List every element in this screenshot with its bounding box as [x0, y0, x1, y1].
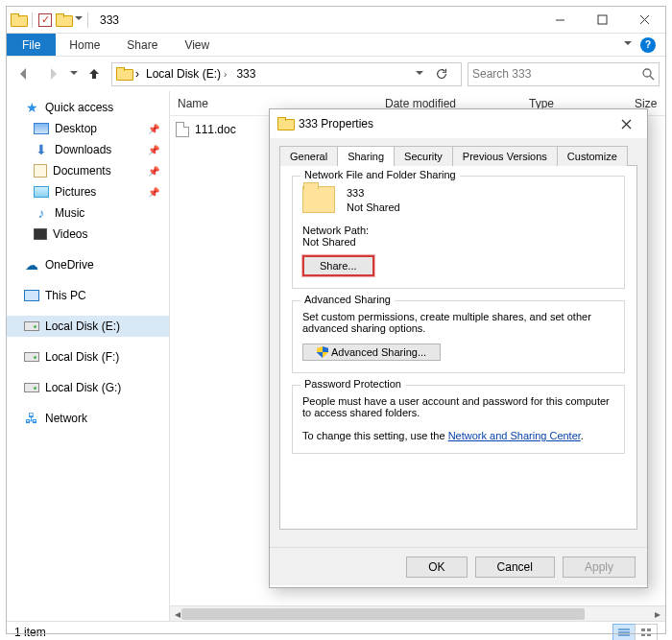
dialog-close-button[interactable] — [612, 112, 639, 135]
svg-rect-10 — [647, 628, 651, 631]
view-toggle — [613, 624, 658, 641]
password-desc: People must have a user account and pass… — [302, 395, 614, 418]
svg-rect-9 — [641, 628, 645, 631]
pin-icon: 📌 — [148, 187, 159, 198]
share-row: 333 Not Shared — [302, 186, 614, 215]
nav-network[interactable]: 🖧Network — [7, 408, 169, 429]
drive-icon — [24, 352, 39, 362]
view-tab[interactable]: View — [171, 34, 223, 56]
horizontal-scrollbar[interactable]: ◂ ▸ — [170, 605, 665, 621]
tab-sharing[interactable]: Sharing — [337, 146, 395, 166]
qat-sep — [32, 12, 33, 28]
tab-page-sharing: Network File and Folder Sharing 333 Not … — [279, 165, 637, 530]
breadcrumb-seg[interactable]: Local Disk (E:)› — [143, 67, 229, 81]
tab-customize[interactable]: Customize — [557, 146, 628, 166]
group-legend: Network File and Folder Sharing — [300, 169, 460, 180]
ribbon: File Home Share View ? — [7, 34, 665, 57]
nav-pane[interactable]: ★Quick access Desktop📌 ⬇Downloads📌 Docum… — [7, 91, 170, 621]
file-name: 111.doc — [195, 123, 236, 136]
nav-onedrive[interactable]: ☁OneDrive — [7, 254, 169, 275]
chevron-down-icon[interactable] — [624, 41, 631, 48]
music-icon: ♪ — [34, 205, 49, 221]
dialog-tabs: General Sharing Security Previous Versio… — [279, 146, 637, 166]
dialog-footer: OK Cancel Apply — [270, 547, 647, 585]
breadcrumb-seg[interactable]: 333 — [233, 67, 258, 81]
nav-music[interactable]: ♪Music — [7, 202, 169, 224]
close-button[interactable] — [623, 7, 665, 34]
chevron-down-icon[interactable] — [416, 71, 422, 78]
dialog-body: General Sharing Security Previous Versio… — [270, 138, 647, 547]
nav-drive-g[interactable]: Local Disk (G:) — [7, 377, 169, 398]
refresh-button[interactable] — [430, 62, 453, 85]
network-sharing-center-link[interactable]: Network and Sharing Center — [448, 430, 581, 441]
large-icons-view-button[interactable] — [635, 624, 658, 641]
nav-videos[interactable]: Videos — [7, 224, 169, 245]
share-tab[interactable]: Share — [113, 34, 171, 56]
folder-large-icon — [302, 186, 335, 213]
pc-icon — [24, 290, 39, 301]
apply-button[interactable]: Apply — [563, 557, 636, 578]
search-input[interactable]: Search 333 — [468, 62, 660, 86]
address-row: › Local Disk (E:)› 333 Search 333 — [7, 57, 665, 91]
folder-icon — [56, 13, 71, 27]
star-icon: ★ — [24, 100, 39, 115]
advanced-sharing-button[interactable]: Advanced Sharing... — [302, 344, 441, 361]
nav-downloads[interactable]: ⬇Downloads📌 — [7, 139, 169, 160]
qat: ✓ — [7, 12, 94, 28]
scroll-right-icon[interactable]: ▸ — [650, 606, 665, 622]
ok-button[interactable]: OK — [406, 557, 467, 578]
tab-previous-versions[interactable]: Previous Versions — [452, 146, 558, 166]
nav-pictures[interactable]: Pictures📌 — [7, 181, 169, 202]
minimize-button[interactable] — [539, 7, 581, 34]
chevron-right-icon[interactable]: › — [135, 67, 139, 81]
status-bar: 1 item — [7, 621, 665, 640]
nav-quick-access[interactable]: ★Quick access — [7, 97, 169, 118]
share-button[interactable]: Share... — [302, 255, 374, 276]
file-tab[interactable]: File — [7, 34, 56, 56]
cancel-button[interactable]: Cancel — [475, 557, 555, 578]
tab-security[interactable]: Security — [394, 146, 453, 166]
network-path-value: Not Shared — [302, 236, 614, 248]
address-right — [416, 62, 457, 85]
pin-icon: 📌 — [148, 166, 159, 177]
back-button[interactable] — [12, 62, 36, 85]
file-icon — [176, 122, 189, 137]
password-hint: To change this setting, use the Network … — [302, 430, 614, 441]
network-path-label: Network Path: — [302, 225, 614, 236]
ribbon-right: ? — [614, 34, 665, 56]
share-state: Not Shared — [347, 201, 400, 215]
home-tab[interactable]: Home — [56, 34, 113, 56]
forward-button[interactable] — [41, 62, 64, 85]
desktop-icon — [34, 123, 49, 134]
share-name: 333 — [347, 186, 400, 201]
cloud-icon: ☁ — [24, 257, 39, 273]
window-title: 333 — [94, 13, 125, 27]
up-button[interactable] — [83, 62, 106, 85]
status-count: 1 item — [14, 626, 46, 639]
document-icon — [34, 164, 47, 178]
video-icon — [34, 228, 47, 240]
details-view-button[interactable] — [612, 624, 636, 641]
dialog-titlebar[interactable]: 333 Properties — [270, 109, 647, 138]
nav-documents[interactable]: Documents📌 — [7, 160, 169, 181]
address-bar[interactable]: › Local Disk (E:)› 333 — [111, 62, 462, 86]
group-network-sharing: Network File and Folder Sharing 333 Not … — [292, 176, 625, 289]
drive-icon — [24, 321, 39, 331]
scroll-thumb[interactable] — [181, 608, 585, 620]
nav-this-pc[interactable]: This PC — [7, 285, 169, 306]
folder-icon — [11, 13, 26, 27]
shield-icon — [317, 346, 328, 358]
qat-dropdown-icon[interactable] — [75, 16, 82, 23]
picture-icon — [34, 186, 49, 198]
chevron-right-icon[interactable]: › — [224, 69, 227, 80]
window-controls — [539, 7, 665, 34]
recent-dropdown-icon[interactable] — [70, 71, 77, 78]
properties-icon[interactable]: ✓ — [38, 13, 52, 27]
nav-desktop[interactable]: Desktop📌 — [7, 118, 169, 139]
nav-drive-e[interactable]: Local Disk (E:) — [7, 316, 169, 337]
help-icon[interactable]: ? — [640, 37, 656, 53]
maximize-button[interactable] — [581, 7, 623, 34]
tab-general[interactable]: General — [279, 146, 338, 166]
nav-drive-f[interactable]: Local Disk (F:) — [7, 346, 169, 367]
properties-dialog: 333 Properties General Sharing Security … — [269, 108, 648, 588]
